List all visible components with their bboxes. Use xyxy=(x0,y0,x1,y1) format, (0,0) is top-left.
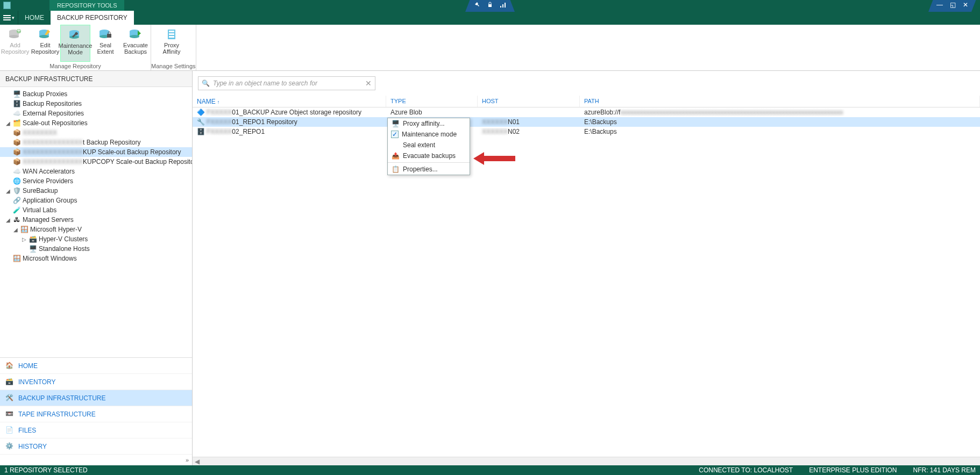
menu-separator xyxy=(388,162,470,163)
tab-backup-repository[interactable]: BACKUP REPOSITORY xyxy=(51,11,134,25)
signal-icon[interactable] xyxy=(500,2,506,8)
nav-home[interactable]: 🏠HOME xyxy=(0,358,192,374)
pin-icon[interactable] xyxy=(474,2,480,8)
repo-icon: 🗄️ xyxy=(13,100,20,107)
scaleout-icon: 🗂️ xyxy=(13,119,20,127)
grid-row-selected[interactable]: 🔧FXXXXX01_REPO1 Repository Windows XXXXX… xyxy=(193,117,980,127)
clear-search-button[interactable]: ✕ xyxy=(365,79,372,88)
tree-scaleout-child-selected[interactable]: 📦XXXXXXXXXXXXXXKUP Scale-out Backup Repo… xyxy=(0,147,192,157)
proxy-icon: 🖥️ xyxy=(13,90,20,98)
search-box[interactable]: 🔍 ✕ xyxy=(198,76,375,90)
tree-scaleout-child[interactable]: 📦XXXXXXXX xyxy=(0,128,192,138)
nav-backup-infrastructure[interactable]: 🛠️BACKUP INFRASTRUCTURE xyxy=(0,390,192,406)
repository-grid[interactable]: NAME ↑ TYPE HOST PATH 🔷FXXXXX01_BACKUP A… xyxy=(193,96,980,465)
col-path[interactable]: PATH xyxy=(580,96,980,107)
maintenance-mode-button[interactable]: Maintenance Mode xyxy=(60,25,90,62)
scroll-left-button[interactable]: ◀ xyxy=(193,458,201,465)
tree-surebackup[interactable]: ◢🛡️SureBackup xyxy=(0,186,192,196)
minimize-button[interactable]: ― xyxy=(936,1,943,9)
menu-properties[interactable]: 📋Properties... xyxy=(388,164,470,175)
menu-evacuate-backups[interactable]: 📤Evacuate backups xyxy=(388,150,470,161)
tree-hyperv-clusters[interactable]: ▷🗃️Hyper-V Clusters xyxy=(0,234,192,244)
tree-external-repositories[interactable]: ☁️External Repositories xyxy=(0,109,192,118)
svg-point-11 xyxy=(39,35,49,38)
repo-maint-icon: 🔧 xyxy=(197,118,204,126)
tree-backup-proxies[interactable]: 🖥️Backup Proxies xyxy=(0,89,192,99)
content-area: 🔍 ✕ NAME ↑ TYPE HOST PATH 🔷FXXXXX01_BACK… xyxy=(193,71,980,465)
svg-point-6 xyxy=(9,35,19,38)
svg-rect-3 xyxy=(505,3,506,8)
svg-rect-23 xyxy=(169,31,174,32)
quick-access-toolbar xyxy=(465,0,515,12)
grid-row[interactable]: 🔷FXXXXX01_BACKUP Azure Object storage re… xyxy=(193,107,980,117)
grid-row[interactable]: 🗄️FXXXXX02_REPO1 XXXXXXN02 E:\Backups xyxy=(193,127,980,136)
proxy-affinity-button[interactable]: Proxy Affinity xyxy=(151,25,192,62)
host-icon: 🖥️ xyxy=(29,245,37,253)
add-repository-button[interactable]: + Add Repository xyxy=(0,25,30,62)
context-menu[interactable]: 🖥️Proxy affinity... ✓Maintenance mode Se… xyxy=(387,118,470,175)
scaleout-item-icon: 📦 xyxy=(13,139,20,146)
nav-inventory[interactable]: 🗃️INVENTORY xyxy=(0,374,192,390)
tree-hyperv[interactable]: ◢🪟Microsoft Hyper-V xyxy=(0,225,192,234)
title-bar: REPOSITORY TOOLS ― ◱ ✕ xyxy=(0,0,980,11)
database-pencil-icon xyxy=(38,28,53,41)
tape-icon: 📼 xyxy=(5,410,14,419)
tree-scaleout-child[interactable]: 📦XXXXXXXXXXXXXXt Backup Repository xyxy=(0,138,192,147)
grid-header[interactable]: NAME ↑ TYPE HOST PATH xyxy=(193,96,980,107)
servers-icon: 🖧 xyxy=(13,216,20,224)
tree-standalone-hosts[interactable]: 🖥️Standalone Hosts xyxy=(0,244,192,254)
sidebar-collapse[interactable]: » xyxy=(0,455,192,465)
window-controls: ― ◱ ✕ xyxy=(928,0,977,12)
appgroup-icon: 🔗 xyxy=(13,197,20,204)
maximize-button[interactable]: ◱ xyxy=(949,1,956,9)
app-menu-button[interactable]: ▾ xyxy=(0,11,18,25)
close-button[interactable]: ✕ xyxy=(962,1,969,9)
contextual-tools-tab[interactable]: REPOSITORY TOOLS xyxy=(49,0,124,11)
col-type[interactable]: TYPE xyxy=(386,96,478,107)
tree-scaleout-repositories[interactable]: ◢🗂️Scale-out Repositories xyxy=(0,118,192,128)
nav-files[interactable]: 📄FILES xyxy=(0,422,192,438)
evacuate-icon: 📤 xyxy=(391,152,400,160)
app-icon xyxy=(3,2,11,9)
menu-seal-extent[interactable]: Seal extent xyxy=(388,140,470,150)
tree-service-providers[interactable]: 🌐Service Providers xyxy=(0,176,192,186)
svg-rect-1 xyxy=(500,6,501,8)
menu-maintenance-mode[interactable]: ✓Maintenance mode xyxy=(388,129,470,140)
scaleout-item-icon: 📦 xyxy=(13,129,20,136)
svg-marker-26 xyxy=(473,152,515,165)
lock-icon[interactable] xyxy=(487,2,493,8)
tree-scaleout-child[interactable]: 📦XXXXXXXXXXXXXXKUPCOPY Scale-out Backup … xyxy=(0,157,192,167)
tree-virtual-labs[interactable]: 🧪Virtual Labs xyxy=(0,205,192,215)
menu-tabs: ▾ HOME BACKUP REPOSITORY xyxy=(0,11,980,25)
svg-rect-24 xyxy=(169,33,174,35)
nav-tape-infrastructure[interactable]: 📼TAPE INFRASTRUCTURE xyxy=(0,406,192,422)
search-icon: 🔍 xyxy=(202,80,210,87)
check-icon: ✓ xyxy=(391,131,399,138)
server-icon xyxy=(164,28,179,41)
blank-icon xyxy=(391,141,400,149)
status-bar: 1 REPOSITORY SELECTED CONNECTED TO: LOCA… xyxy=(0,465,980,475)
horizontal-scrollbar[interactable]: ◀ xyxy=(193,457,980,465)
nav-tree[interactable]: 🖥️Backup Proxies 🗄️Backup Repositories ☁… xyxy=(0,87,192,357)
tree-backup-repositories[interactable]: 🗄️Backup Repositories xyxy=(0,99,192,109)
database-wrench-icon xyxy=(68,28,83,41)
col-host[interactable]: HOST xyxy=(478,96,580,107)
surebackup-icon: 🛡️ xyxy=(13,187,20,195)
menu-proxy-affinity[interactable]: 🖥️Proxy affinity... xyxy=(388,118,470,129)
sort-asc-icon: ↑ xyxy=(217,99,220,105)
hyperv-icon: 🪟 xyxy=(20,226,28,233)
nav-history[interactable]: ⚙️HISTORY xyxy=(0,438,192,455)
properties-icon: 📋 xyxy=(391,165,400,174)
search-input[interactable] xyxy=(213,80,362,87)
col-name[interactable]: NAME ↑ xyxy=(193,96,386,107)
tab-home[interactable]: HOME xyxy=(18,11,51,25)
tree-managed-servers[interactable]: ◢🖧Managed Servers xyxy=(0,215,192,225)
seal-extent-button[interactable]: Seal Extent xyxy=(90,25,120,62)
scaleout-item-icon: 📦 xyxy=(13,148,20,156)
tree-wan-accelerators[interactable]: ☁️WAN Accelerators xyxy=(0,167,192,176)
evacuate-backups-button[interactable]: Evacuate Backups xyxy=(120,25,151,62)
edit-repository-button[interactable]: Edit Repository xyxy=(30,25,60,62)
scaleout-item-icon: 📦 xyxy=(13,158,20,165)
tree-ms-windows[interactable]: 🪟Microsoft Windows xyxy=(0,254,192,263)
tree-application-groups[interactable]: 🔗Application Groups xyxy=(0,196,192,205)
